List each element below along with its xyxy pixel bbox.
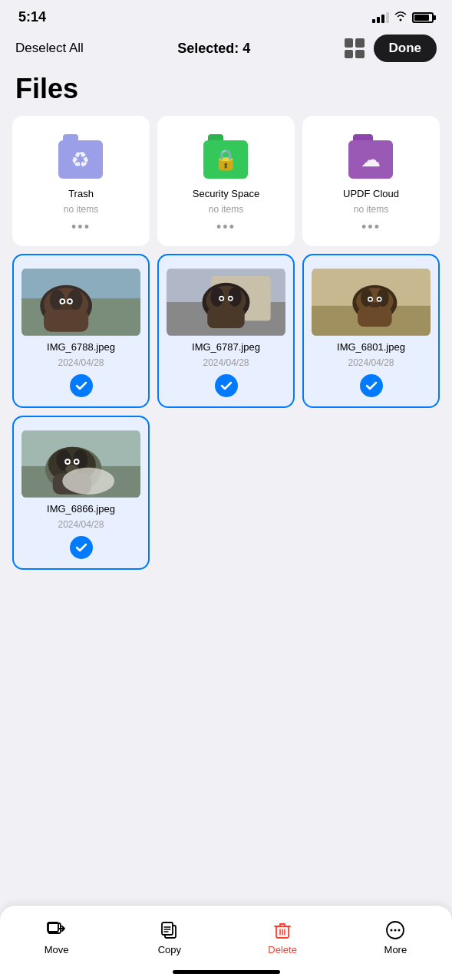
grid-view-icon[interactable] xyxy=(345,38,365,58)
file-img-6866-date: 2024/04/28 xyxy=(58,519,104,530)
file-img-6801[interactable]: IMG_6801.jpeg 2024/04/28 xyxy=(302,254,440,408)
svg-point-34 xyxy=(370,302,381,308)
svg-point-9 xyxy=(68,300,71,303)
file-img-6788-name: IMG_6788.jpeg xyxy=(47,341,115,353)
svg-point-55 xyxy=(391,929,393,932)
done-button[interactable]: Done xyxy=(374,35,437,62)
file-img-6787-date: 2024/04/28 xyxy=(203,357,249,368)
file-img-6788-check xyxy=(70,374,93,397)
cloud-folder-icon: ☁ xyxy=(345,130,398,183)
folder-trash-name: Trash xyxy=(68,188,94,199)
delete-button[interactable]: Delete xyxy=(226,916,339,959)
folder-trash-subtitle: no items xyxy=(64,204,98,215)
svg-point-57 xyxy=(398,929,401,932)
file-img-6787[interactable]: IMG_6787.jpeg 2024/04/28 xyxy=(157,254,295,408)
status-time: 5:14 xyxy=(18,9,46,25)
file-img-6801-check xyxy=(360,374,383,397)
svg-point-32 xyxy=(369,298,371,300)
home-indicator xyxy=(173,970,280,974)
svg-point-21 xyxy=(220,297,223,299)
move-label: Move xyxy=(45,944,69,955)
copy-label: Copy xyxy=(158,944,181,955)
deselect-all-button[interactable]: Deselect All xyxy=(15,38,84,59)
file-grid: ♻ Trash no items ••• 🔒 Security Space no… xyxy=(0,116,452,577)
file-img-6866-name: IMG_6866.jpeg xyxy=(47,503,115,515)
status-bar: 5:14 xyxy=(0,0,452,28)
folder-cloud[interactable]: ☁ UPDF Cloud no items ••• xyxy=(302,116,440,246)
folder-trash-more[interactable]: ••• xyxy=(71,219,91,235)
delete-label: Delete xyxy=(268,944,297,955)
move-icon xyxy=(46,919,68,941)
file-img-6866[interactable]: IMG_6866.jpeg 2024/04/28 xyxy=(12,416,150,570)
file-img-6787-name: IMG_6787.jpeg xyxy=(192,341,260,353)
folder-security[interactable]: 🔒 Security Space no items ••• xyxy=(157,116,295,246)
svg-rect-52 xyxy=(162,922,173,935)
folder-trash[interactable]: ♻ Trash no items ••• xyxy=(12,116,150,246)
file-img-6866-thumb xyxy=(21,429,140,498)
copy-button[interactable]: Copy xyxy=(113,916,226,959)
status-icons xyxy=(372,11,434,25)
folder-cloud-more[interactable]: ••• xyxy=(361,219,381,235)
selected-count: Selected: 4 xyxy=(177,41,250,57)
folder-cloud-name: UPDF Cloud xyxy=(343,188,399,199)
move-button[interactable]: Move xyxy=(0,916,113,959)
file-img-6788-date: 2024/04/28 xyxy=(58,357,104,368)
delete-icon xyxy=(272,919,293,941)
file-img-6787-check xyxy=(215,374,238,397)
file-img-6866-check xyxy=(70,536,93,559)
file-img-6788-thumb xyxy=(21,268,140,337)
file-img-6787-thumb xyxy=(167,268,285,337)
bottom-toolbar: Move Copy Delete xyxy=(0,905,452,980)
page-title: Files xyxy=(0,70,452,116)
copy-icon xyxy=(159,919,180,941)
svg-point-48 xyxy=(62,468,114,495)
svg-point-44 xyxy=(66,460,69,463)
svg-rect-11 xyxy=(44,310,88,332)
nav-right: Done xyxy=(345,35,437,62)
svg-point-56 xyxy=(394,929,397,932)
top-nav: Deselect All Selected: 4 Done xyxy=(0,28,452,70)
signal-icon xyxy=(372,12,389,23)
svg-point-33 xyxy=(378,298,380,300)
trash-folder-icon: ♻ xyxy=(54,130,108,183)
folder-security-subtitle: no items xyxy=(209,204,243,215)
svg-rect-23 xyxy=(207,307,244,328)
file-img-6801-thumb xyxy=(312,268,431,337)
file-img-6801-date: 2024/04/28 xyxy=(348,357,394,368)
security-folder-icon: 🔒 xyxy=(200,130,253,183)
more-label: More xyxy=(384,944,407,955)
more-button[interactable]: More xyxy=(339,916,452,959)
svg-point-45 xyxy=(75,460,78,463)
svg-rect-35 xyxy=(358,307,392,327)
wifi-icon xyxy=(394,11,407,25)
folder-security-more[interactable]: ••• xyxy=(216,219,236,235)
svg-point-8 xyxy=(61,300,64,303)
battery-icon xyxy=(412,12,434,23)
svg-point-22 xyxy=(229,297,232,299)
folder-cloud-subtitle: no items xyxy=(354,204,388,215)
file-img-6788[interactable]: IMG_6788.jpeg 2024/04/28 xyxy=(12,254,150,408)
file-img-6801-name: IMG_6801.jpeg xyxy=(337,341,405,353)
folder-security-name: Security Space xyxy=(193,188,259,199)
more-icon xyxy=(384,919,406,941)
